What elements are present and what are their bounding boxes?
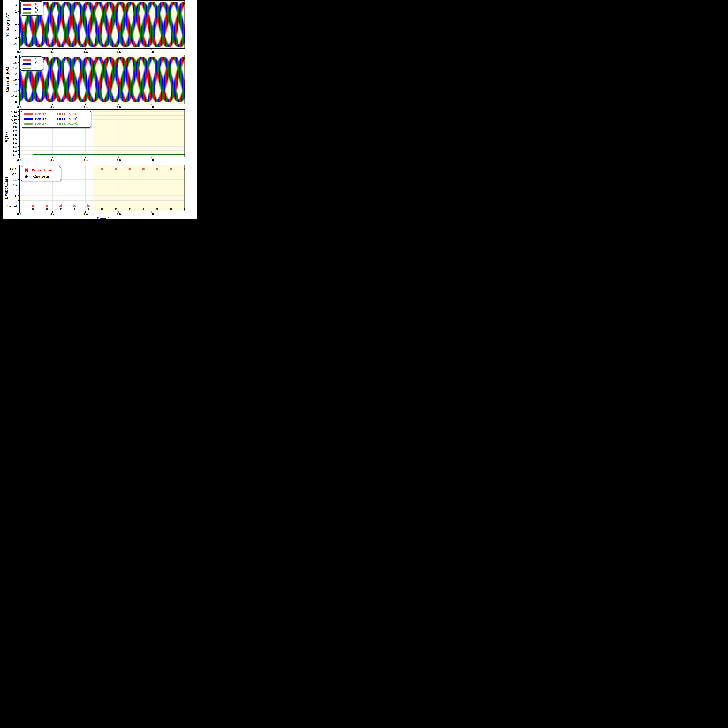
voltage-y-tick-label: 3 xyxy=(15,3,17,6)
current-axis-title: Current (kA) xyxy=(5,67,10,92)
legend-label: Vc xyxy=(35,11,38,15)
pqd-x-tick-label: 0.4 xyxy=(83,158,88,162)
check-point-marker xyxy=(32,208,34,210)
voltage-legend: VaVbVc xyxy=(20,1,43,15)
check-point-marker xyxy=(129,208,131,210)
pqd-x-tick-label: 0.2 xyxy=(50,158,55,162)
event-y-tick-label: C xyxy=(14,188,17,192)
legend-dotted-swatch-icon xyxy=(57,118,66,120)
voltage-x-tick-label: 0.8 xyxy=(150,50,154,54)
pqd-axis-title: PQD Class xyxy=(4,123,9,144)
pqd-x-tick-label: 0.0 xyxy=(17,158,21,162)
current-y-tick-label: 0.0 xyxy=(13,78,17,81)
legend-item: Va xyxy=(23,3,42,7)
current-y-tick-label: 0.2 xyxy=(13,72,17,76)
legend-line-swatch-icon xyxy=(23,63,31,65)
check-point-marker xyxy=(156,208,158,210)
pqd-y-tick-label: C3 xyxy=(13,145,17,148)
pqd-legend: PQD of VaPQD of VbPQD of VcPQD of IaPQD … xyxy=(21,110,91,128)
event-x-tick-label: 0.4 xyxy=(83,212,88,216)
current-y-tick-label: −0.6 xyxy=(11,95,17,98)
voltage-x-tick-label: 0.6 xyxy=(116,50,121,54)
current-x-tick-label: 0.2 xyxy=(50,106,55,109)
dot-marker-icon xyxy=(25,175,28,178)
event-y-tick-label: CA xyxy=(12,173,17,176)
legend-item: Ib xyxy=(23,62,41,66)
voltage-y-tick-label: 0 xyxy=(15,23,17,26)
event-x-tick-label: 0.6 xyxy=(116,212,121,216)
legend-dotted-swatch-icon xyxy=(57,123,66,125)
time-axis-label: Time(s) xyxy=(96,216,110,221)
legend-item: Check Point xyxy=(24,174,60,179)
pqd-y-tick-label: C6 xyxy=(13,133,17,137)
pqd-y-tick-label: C4 xyxy=(13,141,17,145)
check-point-marker xyxy=(115,208,117,210)
legend-label: PQD of Ia xyxy=(67,112,80,116)
event-y-tick-label: B xyxy=(15,194,17,197)
current-x-tick-label: 0.0 xyxy=(17,106,21,109)
pqd-x-tick-label: 0.6 xyxy=(116,158,121,162)
legend-label: Check Point xyxy=(33,175,49,179)
legend-label: PQD of Ib xyxy=(67,117,80,121)
pqd-x-tick-label: 0.8 xyxy=(150,158,154,162)
voltage-y-tick-label: 2 xyxy=(15,10,17,13)
check-point-marker xyxy=(170,208,172,210)
pqd-y-tick-label: C5 xyxy=(13,137,17,141)
current-y-tick-label: 0.4 xyxy=(13,66,17,70)
voltage-axis-title: Voltage (kV) xyxy=(5,12,11,37)
legend-item: Detected Event xyxy=(24,168,60,173)
check-point-marker xyxy=(101,208,103,210)
voltage-y-tick-label: 1 xyxy=(15,16,17,20)
check-point-marker xyxy=(60,208,61,210)
legend-item: PQD of Vb xyxy=(24,117,55,121)
event-x-tick-label: 0.0 xyxy=(17,212,21,216)
event-y-tick-label: AB xyxy=(12,183,17,187)
current-x-tick-label: 0.8 xyxy=(150,106,154,109)
legend-label: Detected Event xyxy=(32,168,52,172)
pqd-y-tick-label: C11 xyxy=(11,114,17,117)
check-point-marker xyxy=(46,208,48,210)
current-y-tick-label: −0.8 xyxy=(11,100,17,104)
legend-item: PQD of Ia xyxy=(57,112,87,116)
legend-item: Vb xyxy=(23,7,42,11)
event-y-tick-label: BC xyxy=(12,178,17,181)
legend-dotted-swatch-icon xyxy=(57,113,66,115)
legend-solid-swatch-icon xyxy=(24,118,33,120)
voltage-plot-area xyxy=(19,0,185,49)
voltage-x-tick-label: 0.0 xyxy=(17,50,21,54)
legend-line-swatch-icon xyxy=(23,67,31,69)
legend-item: Ic xyxy=(23,66,41,70)
legend-label: Ic xyxy=(34,66,37,70)
legend-solid-swatch-icon xyxy=(24,123,33,125)
legend-item: PQD of Va xyxy=(24,112,55,116)
check-point-marker xyxy=(142,208,144,210)
legend-line-swatch-icon xyxy=(23,60,31,61)
current-plot-area xyxy=(19,55,185,104)
voltage-y-tick-label: −2 xyxy=(13,36,17,40)
x-marker-icon xyxy=(24,168,28,172)
pqd-y-tick-label: C2 xyxy=(13,149,17,153)
legend-item: Ia xyxy=(23,58,41,62)
pqd-y-tick-label: C7 xyxy=(13,129,17,133)
legend-item: Vc xyxy=(23,11,42,15)
legend-label: PQD of Vc xyxy=(35,122,47,126)
legend-line-swatch-icon xyxy=(23,12,31,14)
event-axis-title: Event Class xyxy=(3,177,9,199)
legend-label: PQD of Vb xyxy=(35,117,48,121)
pqd-y-tick-label: C1 xyxy=(13,153,17,156)
event-x-tick-label: 0.8 xyxy=(150,212,154,216)
pqd-y-tick-label: C9 xyxy=(13,122,17,125)
event-x-tick-label: 0.2 xyxy=(50,212,55,216)
legend-item: PQD of Vc xyxy=(24,122,55,126)
voltage-x-tick-label: 0.4 xyxy=(83,50,88,54)
current-y-tick-label: −0.2 xyxy=(11,83,17,87)
legend-line-swatch-icon xyxy=(23,4,31,6)
check-point-marker xyxy=(73,208,75,210)
legend-item: PQD of Ic xyxy=(57,122,87,126)
current-y-tick-label: −0.4 xyxy=(11,89,17,93)
check-point-marker xyxy=(87,208,89,210)
figure-page: 0.00.20.40.60.83210−1−2−30.00.20.40.60.8… xyxy=(0,0,197,224)
current-y-tick-label: 0.6 xyxy=(13,61,17,64)
legend-line-swatch-icon xyxy=(23,8,31,10)
legend-label: PQD of Va xyxy=(35,112,47,116)
